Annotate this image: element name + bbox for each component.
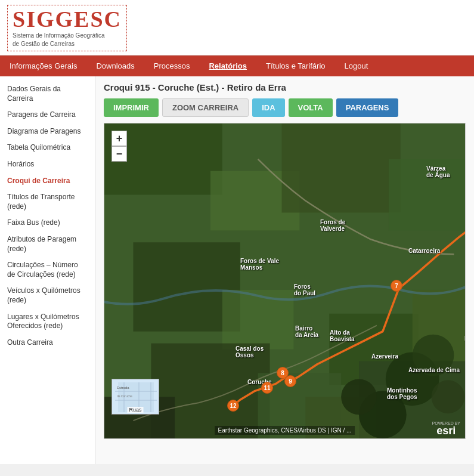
ida-button[interactable]: IDA bbox=[252, 98, 284, 117]
page-layout: Dados Gerais da Carreira Paragens de Car… bbox=[0, 76, 474, 464]
svg-point-17 bbox=[432, 380, 465, 413]
place-parvoice: Parvoice bbox=[464, 335, 466, 342]
sidebar: Dados Gerais da Carreira Paragens de Car… bbox=[0, 76, 95, 464]
place-azervada-cima: Azervada de Cima bbox=[408, 367, 460, 373]
nav-informacoes[interactable]: Informações Gerais bbox=[0, 55, 86, 76]
place-catarroeira: Catarroeira bbox=[408, 248, 440, 254]
svg-text:de Coruche: de Coruche bbox=[117, 394, 132, 398]
place-foros-paul: Forosdo Paul bbox=[294, 283, 315, 296]
print-button[interactable]: IMPRIMIR bbox=[104, 98, 159, 117]
zoom-carreira-button[interactable]: ZOOM CARREIRA bbox=[162, 98, 249, 117]
main-content: Croqui 915 - Coruche (Est.) - Retiro da … bbox=[95, 76, 474, 464]
svg-rect-3 bbox=[282, 123, 401, 212]
map-controls: + − bbox=[111, 131, 127, 162]
zoom-out-button[interactable]: − bbox=[111, 146, 127, 162]
nav-downloads[interactable]: Downloads bbox=[86, 55, 144, 76]
esri-logo: POWERED BY esri bbox=[432, 421, 460, 436]
place-foros-valverde: Foros deValverde bbox=[320, 219, 345, 232]
place-alto-boavista: Alto daBoavista bbox=[330, 329, 355, 342]
mini-map-label: Ruas bbox=[127, 407, 143, 413]
sidebar-item-titulos[interactable]: Títulos de Transporte (rede) bbox=[0, 189, 95, 215]
page-title: Croqui 915 - Coruche (Est.) - Retiro da … bbox=[104, 82, 466, 92]
map-container[interactable]: + − Estrada de Coruche Ruas bbox=[104, 123, 466, 439]
marker-9: 9 bbox=[284, 375, 296, 387]
place-azerveira: Azerveira bbox=[371, 353, 398, 360]
volta-button[interactable]: VOLTA bbox=[289, 98, 333, 117]
sidebar-item-croqui[interactable]: Croqui de Carreira bbox=[0, 173, 95, 190]
paragens-button[interactable]: PARAGENS bbox=[336, 98, 399, 117]
logo: SIGGESC Sistema de Informação Geográfica… bbox=[7, 5, 127, 51]
place-montinhos: Montinhosdos Pegos bbox=[387, 387, 417, 400]
toolbar: IMPRIMIR ZOOM CARREIRA IDA VOLTA PARAGEN… bbox=[104, 98, 466, 117]
sidebar-item-tabela[interactable]: Tabela Quilométrica bbox=[0, 140, 95, 156]
mini-map: Estrada de Coruche Ruas bbox=[111, 379, 159, 415]
map-attribution: Earthstar Geographics, CNES/Airbus DS | … bbox=[215, 426, 355, 435]
place-varzea: Várzeade Água bbox=[426, 165, 450, 178]
sidebar-item-dados[interactable]: Dados Gerais da Carreira bbox=[0, 81, 95, 107]
sidebar-item-lugares[interactable]: Lugares x Quilómetros Oferecidos (rede) bbox=[0, 309, 95, 335]
marker-11: 11 bbox=[261, 382, 273, 394]
sidebar-item-circulacoes[interactable]: Circulações – Número de Circulações (red… bbox=[0, 257, 95, 283]
main-nav: Informações Gerais Downloads Processos R… bbox=[0, 55, 474, 76]
zoom-in-button[interactable]: + bbox=[111, 131, 127, 146]
esri-text: esri bbox=[436, 425, 456, 436]
place-casal-ossos: Casal dosOssos bbox=[236, 345, 264, 358]
nav-relatorios[interactable]: Relatórios bbox=[199, 55, 256, 76]
sidebar-item-faixa[interactable]: Faixa Bus (rede) bbox=[0, 215, 95, 231]
sidebar-item-outra[interactable]: Outra Carreira bbox=[0, 335, 95, 351]
sidebar-item-atributos[interactable]: Atributos de Paragem (rede) bbox=[0, 231, 95, 257]
sidebar-item-paragens[interactable]: Paragens de Carreira bbox=[0, 107, 95, 123]
place-foros-vale: Foros de ValeMansos bbox=[240, 258, 279, 271]
nav-logout[interactable]: Logout bbox=[335, 55, 378, 76]
logo-subtitle: Sistema de Informação Geográfica de Gest… bbox=[13, 32, 122, 48]
place-bairro-areia: Bairroda Areia bbox=[295, 325, 318, 338]
sidebar-item-diagrama[interactable]: Diagrama de Paragens bbox=[0, 123, 95, 140]
header: SIGGESC Sistema de Informação Geográfica… bbox=[0, 0, 474, 55]
svg-point-18 bbox=[341, 379, 377, 415]
nav-titulos[interactable]: Títulos e Tarifário bbox=[256, 55, 334, 76]
nav-processos[interactable]: Processos bbox=[144, 55, 200, 76]
sidebar-item-veiculos[interactable]: Veículos x Quilómetros (rede) bbox=[0, 283, 95, 308]
marker-12: 12 bbox=[227, 400, 239, 412]
sidebar-item-horarios[interactable]: Horários bbox=[0, 156, 95, 173]
marker-7: 7 bbox=[391, 280, 402, 292]
svg-text:Estrada: Estrada bbox=[117, 386, 129, 390]
logo-text: SIGGESC bbox=[13, 8, 122, 30]
